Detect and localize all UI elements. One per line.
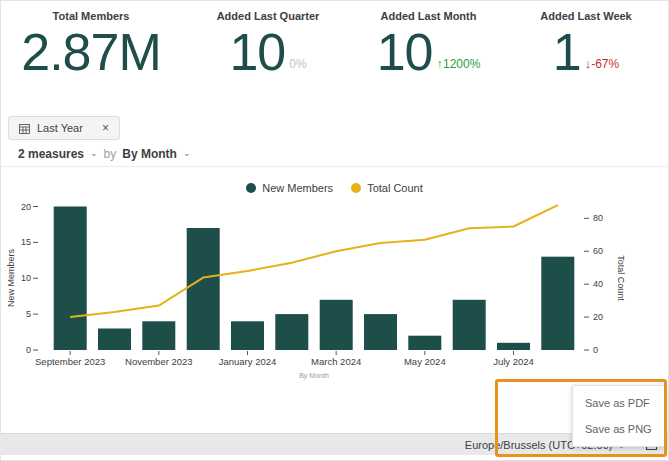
left-axis-tick-label: 10	[21, 273, 31, 283]
legend-label: New Members	[262, 182, 333, 194]
kpi-value: 1	[553, 24, 581, 81]
bar-february-2024[interactable]	[275, 314, 308, 350]
bar-november-2023[interactable]	[142, 321, 175, 350]
right-axis-tick-label: 20	[593, 312, 603, 322]
measures-bar: 2 measures ⌄ by By Month ⌄	[18, 147, 190, 161]
measures-dropdown[interactable]: 2 measures	[18, 147, 84, 161]
kpi-change-badge: ↓-67%	[585, 56, 620, 81]
filter-chip-label: Last Year	[37, 122, 83, 134]
bar-june-2024[interactable]	[453, 300, 486, 350]
legend-label: Total Count	[367, 182, 423, 194]
section-divider	[0, 166, 669, 167]
x-axis-tick-label: January 2024	[219, 356, 277, 367]
dashboard-page: { "kpis": [ { "title": "Total Members", …	[0, 0, 669, 461]
close-icon[interactable]: ×	[102, 122, 109, 134]
kpi-value: 10	[377, 24, 433, 81]
bar-october-2023[interactable]	[98, 329, 131, 351]
left-axis-tick-label: 5	[26, 309, 31, 319]
chevron-down-icon: ⌄	[90, 148, 98, 158]
menu-item-save-as-pdf[interactable]: Save as PDF	[573, 390, 664, 416]
kpi-row: Total Members 2.87M Added Last Quarter 1…	[0, 0, 669, 104]
by-label: by	[104, 147, 117, 161]
right-axis-title: Total Count	[616, 255, 626, 301]
menu-item-save-as-png[interactable]: Save as PNG	[573, 416, 664, 442]
kpi-total-members: Total Members 2.87M	[0, 0, 182, 104]
kpi-added-last-week: Added Last Week 1 ↓-67%	[503, 0, 669, 104]
bar-july-2024[interactable]	[497, 343, 530, 350]
combo-chart[interactable]: 05101520020406080September 2023November …	[0, 195, 669, 390]
x-axis-tick-label: November 2023	[125, 356, 193, 367]
group-by-dropdown[interactable]: By Month	[122, 147, 177, 161]
kpi-value: 10	[229, 24, 285, 81]
x-axis-tick-label: March 2024	[311, 356, 361, 367]
right-axis-tick-label: 40	[593, 279, 603, 289]
calendar-icon	[19, 123, 30, 134]
left-axis-title: New Members	[6, 248, 16, 307]
right-axis-tick-label: 0	[593, 345, 598, 355]
kpi-added-last-month: Added Last Month 10 ↑1200%	[354, 0, 503, 104]
legend-item-total-count[interactable]: Total Count	[351, 182, 423, 194]
left-axis-tick-label: 0	[26, 345, 31, 355]
bar-december-2023[interactable]	[187, 228, 220, 350]
bar-september-2023[interactable]	[54, 207, 87, 351]
chart-legend: New Members Total Count	[0, 182, 669, 194]
kpi-title: Total Members	[53, 10, 130, 22]
bar-april-2024[interactable]	[364, 314, 397, 350]
x-axis-title: By Month	[299, 372, 329, 380]
export-dropdown-menu: Save as PDF Save as PNG	[572, 385, 665, 447]
kpi-title: Added Last Week	[540, 10, 632, 22]
legend-item-new-members[interactable]: New Members	[246, 182, 333, 194]
right-axis-tick-label: 60	[593, 246, 603, 256]
bar-march-2024[interactable]	[320, 300, 353, 350]
chevron-down-icon: ⌄	[183, 148, 191, 158]
kpi-value: 2.87M	[21, 24, 161, 81]
kpi-change-badge: 0%	[289, 57, 306, 81]
legend-dot	[351, 183, 361, 193]
footer-bar: Europe/Brussels (UTC+02:00) ⌄	[0, 433, 669, 455]
x-axis-tick-label: July 2024	[493, 356, 534, 367]
left-axis-tick-label: 15	[21, 237, 31, 247]
x-axis-tick-label: September 2023	[35, 356, 105, 367]
right-axis-tick-label: 80	[593, 213, 603, 223]
kpi-title: Added Last Quarter	[217, 10, 320, 22]
x-axis-tick-label: May 2024	[404, 356, 446, 367]
filter-chip-last-year[interactable]: Last Year ×	[8, 116, 120, 140]
bar-january-2024[interactable]	[231, 321, 264, 350]
kpi-change-badge: ↑1200%	[436, 56, 480, 81]
kpi-added-last-quarter: Added Last Quarter 10 0%	[182, 0, 354, 104]
bar-august-2024[interactable]	[541, 257, 574, 350]
legend-dot	[246, 183, 256, 193]
bar-may-2024[interactable]	[408, 336, 441, 350]
left-axis-tick-label: 20	[21, 202, 31, 212]
kpi-title: Added Last Month	[381, 10, 477, 22]
